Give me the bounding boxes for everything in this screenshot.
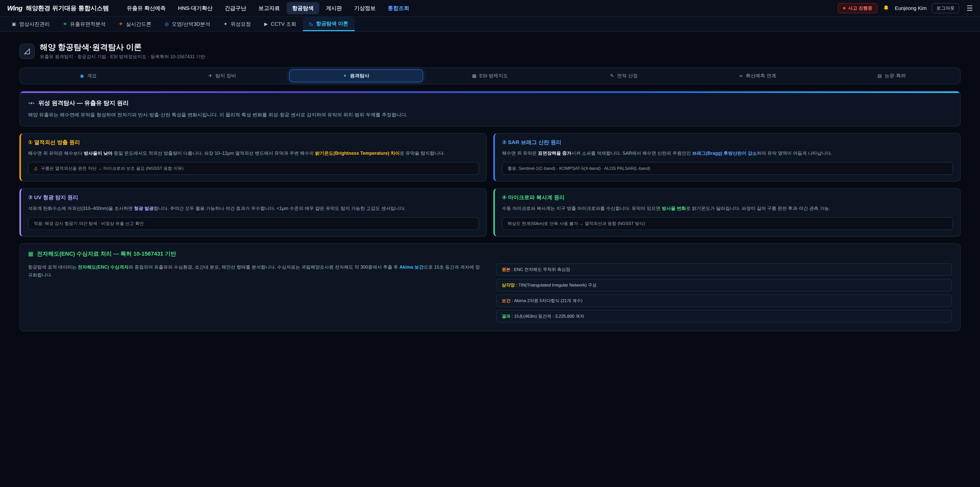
hamburger-menu-icon[interactable]: ☰: [966, 4, 973, 13]
drone-icon: ✈: [119, 22, 123, 26]
page-header: 해양 항공탐색·원격탐사 이론 유출유 원격탐지 · 항공감시 기법 · ESI…: [19, 43, 961, 60]
card-note: 해상도 한계(50km)로 단독 사용 불가 → 열적외선과 융합 (NGSST…: [502, 217, 953, 230]
enc-title: 전자해도(ENC) 수심자료 처리 — 특허 10-1567431 기반: [37, 250, 176, 258]
incident-status-badge[interactable]: 사고 진행중: [838, 3, 877, 13]
page-subtitle: 유출유 원격탐지 · 항공감시 기법 · ESI 방제정보지도 · 등록특허 1…: [40, 54, 205, 60]
page-title-block: 해양 항공탐색·원격탐사 이론 유출유 원격탐지 · 항공감시 기법 · ESI…: [40, 43, 205, 60]
set-square-icon: [19, 44, 35, 59]
card-uv-fluorescence: ③ UV 형광 탐지 원리 석유계 탄화수소에 자외선(310–400nm)을 …: [19, 188, 487, 237]
subnav-label: CCTV 조회: [271, 21, 296, 27]
subnav-label: 위성요청: [231, 21, 251, 27]
enc-row-value: : 15초(463m) 등간격 · 3,225,600 격자: [511, 314, 584, 319]
map-icon: ▦: [28, 251, 33, 257]
brand[interactable]: Wing 해양환경 위기대응 통합시스템: [7, 4, 109, 12]
principle-cards-grid: ① 열적외선 방출 원리 해수면 위 유막은 해수보다 방사율이 낮아 동일 온…: [19, 133, 961, 236]
main-menu: 유출유 확산예측 HNS·대기확산 긴급구난 보고자료 항공탐색 게시판 기상정…: [121, 2, 415, 14]
analysis-icon: ✳: [63, 22, 67, 26]
card-note-text: 적용: 해경 감시 항공기 야간 탐색 · 비정상 유출 신고 확인: [34, 220, 144, 227]
enc-panel: ▦ 전자해도(ENC) 수심자료 처리 — 특허 10-1567431 기반 항…: [19, 243, 961, 331]
nav-item-hns-diffusion[interactable]: HNS·대기확산: [172, 2, 218, 14]
tab-label: ESI 방제지도: [479, 72, 508, 79]
status-dot-icon: [843, 7, 845, 10]
tab-papers-patents[interactable]: ▤ 논문·특허: [824, 69, 959, 82]
intro-title-row: 위성 원격탐사 — 유출유 탐지 원리: [28, 99, 952, 107]
subnav-item-realtime-drone[interactable]: ✈ 실시간드론: [112, 17, 158, 31]
subnav-item-satellite-request[interactable]: ✦ 위성요청: [217, 17, 258, 31]
tab-label: 탐지 장비: [215, 72, 236, 79]
section-tabbar: ◉ 개요 ✈ 탐지 장비 ✦ 원격탐사 ▦ ESI 방제지도 ✎ 면적 산정 ∞…: [19, 67, 961, 84]
top-navbar: Wing 해양환경 위기대응 통합시스템 유출유 확산예측 HNS·대기확산 긴…: [0, 0, 980, 17]
app-root: Wing 해양환경 위기대응 통합시스템 유출유 확산예측 HNS·대기확산 긴…: [0, 0, 980, 487]
enc-row-interpolation: 보간 : Akima 2차원 5차다항식 (21개 계수): [496, 294, 952, 307]
card-note-text: 해상도 한계(50km)로 단독 사용 불가 → 열적외선과 융합 (NGSST…: [508, 220, 645, 227]
card-note-text: 활용: Sentinel-1(C-band) · KOMPSAT-5(X-ban…: [508, 166, 650, 171]
card-note: 활용: Sentinel-1(C-band) · KOMPSAT-5(X-ban…: [502, 162, 953, 175]
book-icon: ▤: [877, 73, 882, 79]
ruler-icon: ◺: [310, 21, 313, 26]
subnav-item-oil-area-analysis[interactable]: ✳ 유출유면적분석: [56, 17, 112, 31]
tab-label: 확산예측 연계: [746, 72, 776, 79]
card-note: 적용: 해경 감시 항공기 야간 탐색 · 비정상 유출 신고 확인: [28, 217, 479, 230]
warning-icon: ⚠: [34, 166, 38, 171]
logout-button[interactable]: 로그아웃: [932, 3, 959, 13]
tab-label: 논문·특허: [885, 72, 906, 79]
enc-row-label: 원본: [502, 267, 511, 272]
photo-icon: ▣: [12, 22, 16, 26]
card-body: 해수면 위 유막은 표면장력을 증가시켜 소파를 억제합니다. SAR에서 해수…: [502, 149, 953, 157]
sub-navbar: ▣ 영상사진관리 ✳ 유출유면적분석 ✈ 실시간드론 ◎ 오염/선박3D분석 ✦…: [0, 17, 980, 32]
nav-item-aerial-search[interactable]: 항공탐색: [286, 2, 319, 14]
subnav-label: 실시간드론: [126, 21, 151, 27]
enc-pipeline-rows: 원본 : ENC 전자해도 무작위 측심점 삼각망 : TIN(Triangul…: [496, 263, 952, 326]
card-microwave-radiometer: ④ 마이크로파 복사계 원리 수동 마이크로파 복사계는 지구 방출 마이크로파…: [493, 188, 961, 237]
card-body: 수동 마이크로파 복사계는 지구 방출 마이크로파를 수신합니다. 유막이 있으…: [502, 204, 953, 212]
nav-item-integrated-search[interactable]: 통합조회: [382, 2, 415, 14]
tab-label: 원격탐사: [350, 72, 369, 79]
subnav-item-cctv[interactable]: ▶ CCTV 조회: [258, 17, 303, 31]
enc-title-row: ▦ 전자해도(ENC) 수심자료 처리 — 특허 10-1567431 기반: [28, 250, 952, 258]
app-title: 해양환경 위기대응 통합시스템: [26, 4, 109, 12]
card-body: 해수면 위 유막은 해수보다 방사율이 낮아 동일 온도에서도 적외선 방출량이…: [28, 149, 479, 157]
subnav-item-image-management[interactable]: ▣ 영상사진관리: [5, 17, 56, 31]
tab-label: 개요: [87, 72, 97, 79]
notification-bell-icon[interactable]: [883, 5, 890, 12]
nav-item-board[interactable]: 게시판: [320, 2, 348, 14]
enc-row-tin: 삼각망 : TIN(Triangulated Irregular Network…: [496, 279, 952, 291]
card-note: ⚠ 구름은 열적외선을 완전 차단 → 마이크로파 보조 필요 (NGSST 융…: [28, 162, 479, 175]
pencil-icon: ✎: [610, 73, 614, 79]
nav-item-weather[interactable]: 기상정보: [348, 2, 381, 14]
tab-esi-map[interactable]: ▦ ESI 방제지도: [423, 69, 557, 82]
subnav-label: 오염/선박3D분석: [172, 21, 210, 27]
tab-overview[interactable]: ◉ 개요: [21, 69, 156, 82]
tab-diffusion-link[interactable]: ∞ 확산예측 연계: [691, 69, 825, 82]
subnav-item-ship-3d-analysis[interactable]: ◎ 오염/선박3D분석: [158, 17, 217, 31]
tab-area-calculation[interactable]: ✎ 면적 산정: [557, 69, 691, 82]
enc-row-source: 원본 : ENC 전자해도 무작위 측심점: [496, 263, 952, 276]
main-content: 해양 항공탐색·원격탐사 이론 유출유 원격탐지 · 항공감시 기법 · ESI…: [0, 43, 980, 352]
user-name: Eunjeong Kim: [895, 5, 927, 11]
enc-row-result: 결과 : 15초(463m) 등간격 · 3,225,600 격자: [496, 310, 952, 323]
nav-item-spill-prediction[interactable]: 유출유 확산예측: [121, 2, 172, 14]
map-icon: ▦: [472, 73, 476, 79]
nav-item-emergency-rescue[interactable]: 긴급구난: [219, 2, 252, 14]
tab-remote-sensing[interactable]: ✦ 원격탐사: [289, 69, 423, 82]
satellite-icon: ✦: [224, 22, 228, 26]
wing-logo-icon: Wing: [7, 4, 22, 12]
status-badge-label: 사고 진행중: [848, 5, 872, 11]
magnifier-icon: ◎: [165, 22, 169, 26]
tab-detection-equipment[interactable]: ✈ 탐지 장비: [156, 69, 290, 82]
enc-row-label: 보간: [502, 298, 511, 303]
card-title: ① 열적외선 방출 원리: [28, 139, 479, 146]
card-title: ③ UV 형광 탐지 원리: [28, 194, 479, 201]
page-title: 해양 항공탐색·원격탐사 이론: [40, 43, 205, 51]
card-title: ② SAR 브래그 산란 원리: [502, 139, 953, 146]
intro-body: 해양 유출유는 해수면에 유막을 형성하여 전자기파 반사·방출·산란 특성을 …: [28, 111, 952, 119]
card-title: ④ 마이크로파 복사계 원리: [502, 194, 953, 201]
intro-panel: 위성 원격탐사 — 유출유 탐지 원리 해양 유출유는 해수면에 유막을 형성하…: [19, 91, 961, 126]
navbar-right: 사고 진행중 Eunjeong Kim 로그아웃 ☰: [838, 3, 973, 13]
nav-item-reports[interactable]: 보고자료: [253, 2, 286, 14]
enc-row-label: 삼각망: [502, 283, 515, 287]
satellite-dish-icon: [28, 100, 35, 107]
enc-row-value: : TIN(Triangulated Irregular Network) 구성: [515, 283, 597, 287]
overview-icon: ◉: [80, 73, 84, 79]
subnav-item-aerial-search-theory[interactable]: ◺ 항공탐색 이론: [303, 17, 355, 31]
